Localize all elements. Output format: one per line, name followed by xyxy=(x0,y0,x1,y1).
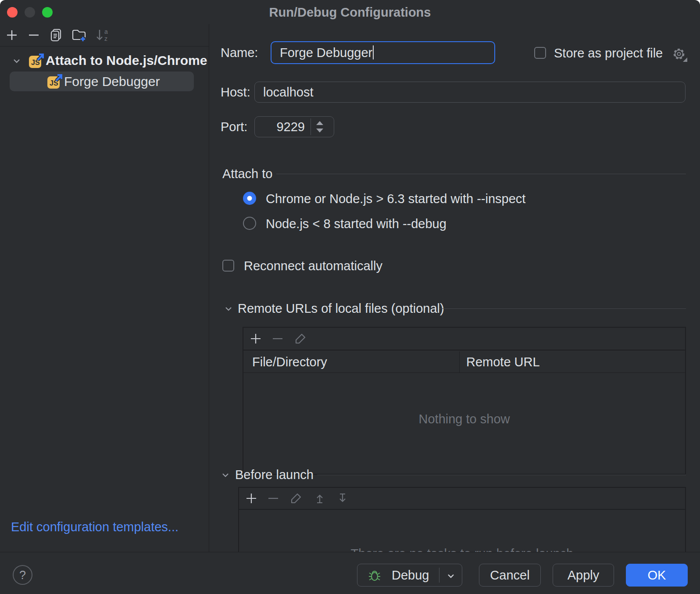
sidebar-toolbar: a z xyxy=(0,24,209,47)
edit-icon[interactable] xyxy=(290,492,302,505)
question-mark-icon: ? xyxy=(19,569,26,582)
dialog-title: Run/Debug Configurations xyxy=(0,5,700,19)
reconnect-automatically-label: Reconnect automatically xyxy=(244,259,382,273)
remote-urls-table: File/Directory Remote URL Nothing to sho… xyxy=(243,327,686,475)
svg-text:a: a xyxy=(104,28,108,35)
port-value: 9229 xyxy=(276,120,305,134)
split-button-divider xyxy=(439,568,439,583)
column-header-file-directory[interactable]: File/Directory xyxy=(252,355,327,369)
section-divider xyxy=(317,475,686,475)
gear-dropdown-indicator xyxy=(683,57,687,62)
debug-button-label: Debug xyxy=(392,568,429,582)
apply-button[interactable]: Apply xyxy=(553,564,614,587)
sort-alphabetically-icon[interactable]: a z xyxy=(95,28,111,42)
remove-configuration-icon[interactable] xyxy=(27,29,40,42)
host-value: localhost xyxy=(263,85,313,100)
move-up-icon[interactable] xyxy=(314,492,326,505)
radio-node-debug[interactable] xyxy=(243,217,256,230)
add-icon[interactable] xyxy=(250,333,262,345)
run-debug-configurations-dialog: Run/Debug Configurations xyxy=(0,0,700,594)
port-stepper[interactable]: 9229 xyxy=(254,116,334,137)
stepper-up-icon[interactable] xyxy=(316,121,323,125)
cancel-button-label: Cancel xyxy=(490,568,529,582)
store-as-project-file-label: Store as project file xyxy=(554,46,663,61)
before-launch-section-title: Before launch xyxy=(235,468,314,482)
tree-item-label: Attach to Node.js/Chrome xyxy=(46,53,207,68)
stepper-divider xyxy=(311,118,311,135)
name-input[interactable]: Forge Debugger xyxy=(271,41,495,64)
cancel-button[interactable]: Cancel xyxy=(479,564,541,587)
ok-button[interactable]: OK xyxy=(626,564,688,587)
add-icon[interactable] xyxy=(245,492,257,505)
port-label: Port: xyxy=(221,120,247,134)
radio-chrome-inspect-label: Chrome or Node.js > 6.3 started with --i… xyxy=(266,192,525,206)
before-launch-toolbar xyxy=(239,488,685,510)
radio-chrome-inspect[interactable] xyxy=(243,192,256,205)
title-bar: Run/Debug Configurations xyxy=(0,0,700,24)
before-launch-table: There are no tasks to run before launch xyxy=(238,487,686,552)
remote-urls-toolbar xyxy=(243,328,685,351)
attach-to-section-title: Attach to xyxy=(222,167,272,181)
copy-configuration-icon[interactable] xyxy=(49,28,63,42)
remote-urls-table-header: File/Directory Remote URL xyxy=(243,351,685,373)
debug-bug-icon xyxy=(368,569,381,582)
name-value: Forge Debugger xyxy=(280,46,372,60)
move-down-icon[interactable] xyxy=(336,492,349,505)
section-divider xyxy=(439,308,686,309)
configurations-sidebar: a z JS Attach to Node.js/Chrome xyxy=(0,24,209,552)
host-input[interactable]: localhost xyxy=(254,82,686,103)
radio-node-debug-label: Node.js < 8 started with --debug xyxy=(266,217,446,231)
tree-item-forge-debugger[interactable]: JS Forge Debugger xyxy=(10,72,194,91)
collapse-chevron-icon[interactable] xyxy=(221,470,230,480)
empty-table-message: There are no tasks to run before launch xyxy=(239,547,685,552)
chevron-down-icon[interactable] xyxy=(11,56,22,66)
edit-configuration-templates-link[interactable]: Edit configuration templates... xyxy=(11,520,179,534)
add-configuration-icon[interactable] xyxy=(5,29,18,42)
new-folder-icon[interactable] xyxy=(71,28,87,43)
tree-item-attach-to-nodejs-chrome[interactable]: JS Attach to Node.js/Chrome xyxy=(0,50,209,70)
remove-icon[interactable] xyxy=(271,333,284,345)
gear-icon[interactable] xyxy=(672,47,686,61)
remote-urls-section-title: Remote URLs of local files (optional) xyxy=(238,301,444,316)
collapse-chevron-icon[interactable] xyxy=(224,304,233,314)
apply-button-label: Apply xyxy=(568,568,600,582)
configuration-form: Name: Forge Debugger Store as project fi… xyxy=(210,24,700,552)
text-caret xyxy=(373,46,374,60)
stepper-down-icon[interactable] xyxy=(316,129,323,132)
nodejs-attach-icon: JS xyxy=(46,73,64,90)
name-label: Name: xyxy=(221,46,258,60)
section-divider xyxy=(276,174,686,174)
reconnect-automatically-checkbox[interactable] xyxy=(222,260,234,272)
column-header-remote-url[interactable]: Remote URL xyxy=(466,355,540,369)
chevron-down-icon[interactable] xyxy=(445,570,457,582)
nodejs-attach-icon: JS xyxy=(28,52,46,70)
dialog-footer: ? Debug Cancel Apply OK xyxy=(0,552,700,594)
ok-button-label: OK xyxy=(648,568,666,582)
tree-item-label: Forge Debugger xyxy=(64,74,160,89)
empty-table-message: Nothing to show xyxy=(243,412,685,426)
edit-icon[interactable] xyxy=(294,333,307,345)
remove-icon[interactable] xyxy=(267,492,279,505)
debug-button[interactable]: Debug xyxy=(357,564,462,587)
help-button[interactable]: ? xyxy=(13,565,32,585)
store-as-project-file-checkbox[interactable] xyxy=(534,47,546,59)
host-label: Host: xyxy=(221,85,250,100)
svg-text:z: z xyxy=(104,35,107,42)
